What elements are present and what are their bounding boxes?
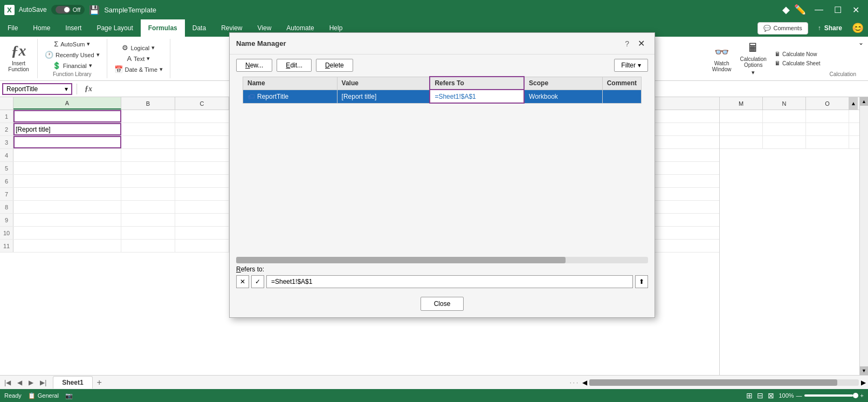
cell-a7[interactable] — [13, 188, 121, 200]
cell-a2[interactable]: [Report title] — [13, 123, 121, 135]
cell-b4[interactable] — [121, 149, 175, 161]
filter-button[interactable]: Filter ▾ — [614, 59, 648, 72]
tab-formulas[interactable]: Formulas — [141, 19, 185, 37]
sheet-nav-prev[interactable]: ◀ — [15, 378, 24, 387]
sheet-nav-first[interactable]: |◀ — [2, 378, 13, 387]
cell-b8[interactable] — [121, 201, 175, 213]
cell-c6[interactable] — [175, 175, 229, 187]
sheet-nav-last[interactable]: ▶| — [38, 378, 49, 387]
col-header-b[interactable]: B — [121, 97, 175, 110]
financial-button[interactable]: 💲 Financial ▾ — [50, 60, 95, 71]
cell-b7[interactable] — [121, 188, 175, 200]
cell-m1[interactable] — [720, 110, 763, 122]
zoom-slider-thumb[interactable] — [853, 393, 858, 398]
logical-button[interactable]: ⚙ Logical ▾ — [119, 43, 157, 53]
autosum-button[interactable]: Σ AutoSum ▾ — [51, 39, 93, 49]
hscroll-right-button[interactable]: ▶ — [861, 379, 866, 386]
vertical-scrollbar[interactable]: ▲ ▼ — [859, 97, 868, 375]
text-button[interactable]: A Text ▾ — [124, 53, 153, 64]
tab-page-layout[interactable]: Page Layout — [89, 19, 140, 37]
cell-a5[interactable] — [13, 162, 121, 174]
share-button[interactable]: ↑ Share — [811, 21, 849, 35]
cell-o3[interactable] — [806, 136, 849, 148]
cell-c3[interactable] — [175, 136, 229, 148]
cell-a1[interactable] — [13, 110, 121, 122]
hscroll-left-button[interactable]: ◀ — [582, 379, 587, 386]
cell-n1[interactable] — [763, 110, 806, 122]
add-sheet-button[interactable]: + — [93, 377, 106, 389]
comments-button[interactable]: 💬 Comments — [757, 22, 808, 35]
col-header-o[interactable]: O — [806, 97, 849, 110]
recently-used-button[interactable]: 🕐 Recently Used ▾ — [42, 50, 102, 60]
minimize-button[interactable]: — — [810, 3, 828, 17]
close-button[interactable]: ✕ — [848, 3, 864, 17]
tab-insert[interactable]: Insert — [58, 19, 89, 37]
dialog-close-btn[interactable]: Close — [421, 297, 464, 311]
cell-a3[interactable] — [13, 136, 121, 148]
tab-data[interactable]: Data — [185, 19, 213, 37]
cell-m3[interactable] — [720, 136, 763, 148]
cell-c11[interactable] — [175, 240, 229, 252]
cell-a9[interactable] — [13, 214, 121, 226]
cell-b11[interactable] — [121, 240, 175, 252]
maximize-button[interactable]: ☐ — [830, 3, 846, 17]
col-header-c[interactable]: C — [175, 97, 229, 110]
scroll-right-button[interactable]: ▲ — [849, 97, 858, 110]
col-header-a[interactable]: A — [13, 97, 121, 110]
calculation-options-button[interactable]: 🖩 CalculationOptions ▾ — [736, 39, 769, 78]
col-header-n[interactable]: N — [763, 97, 806, 110]
page-layout-view-button[interactable]: ⊟ — [757, 391, 763, 400]
cell-b1[interactable] — [121, 110, 175, 122]
cell-b3[interactable] — [121, 136, 175, 148]
cell-b9[interactable] — [121, 214, 175, 226]
cell-o2[interactable] — [806, 123, 849, 135]
cell-n3[interactable] — [763, 136, 806, 148]
zoom-slider[interactable] — [804, 394, 858, 397]
refers-to-input[interactable] — [266, 275, 633, 288]
name-manager-dialog[interactable]: Name Manager ? ✕ New... Edit... Delete — [229, 32, 655, 318]
cell-b5[interactable] — [121, 162, 175, 174]
grid-view-button[interactable]: ⊞ — [746, 391, 753, 400]
calc-now-button[interactable]: 🖩 Calculate Now — [772, 50, 823, 58]
table-row[interactable]: 🏷 ReportTitle [Report title] =Sheet1!$A$… — [243, 90, 642, 103]
cell-a8[interactable] — [13, 201, 121, 213]
cancel-edit-button[interactable]: ✕ — [236, 275, 249, 288]
diamond-icon[interactable]: ◆ — [782, 4, 790, 16]
cell-o1[interactable] — [806, 110, 849, 122]
cell-c10[interactable] — [175, 227, 229, 239]
hscroll-track[interactable] — [589, 379, 859, 386]
pen-icon[interactable]: ✏️ — [794, 4, 806, 16]
cell-c5[interactable] — [175, 162, 229, 174]
confirm-edit-button[interactable]: ✓ — [251, 275, 264, 288]
cell-c7[interactable] — [175, 188, 229, 200]
calc-sheet-button[interactable]: 🖩 Calculate Sheet — [772, 59, 823, 67]
cell-c2[interactable] — [175, 123, 229, 135]
cell-m2[interactable] — [720, 123, 763, 135]
tab-file[interactable]: File — [0, 19, 25, 37]
insert-function-button[interactable]: ƒx InsertFunction — [5, 39, 32, 76]
save-icon[interactable]: 💾 — [89, 5, 100, 15]
edit-button[interactable]: Edit... — [277, 59, 312, 72]
cell-c1[interactable] — [175, 110, 229, 122]
col-header-m[interactable]: M — [720, 97, 763, 110]
cell-b2[interactable] — [121, 123, 175, 135]
emoji-icon[interactable]: 😊 — [852, 22, 864, 34]
cell-c9[interactable] — [175, 214, 229, 226]
autosave-toggle[interactable]: Off — [51, 5, 85, 15]
page-break-view-button[interactable]: ⊠ — [768, 391, 774, 400]
delete-button[interactable]: Delete — [316, 59, 353, 72]
cell-c8[interactable] — [175, 201, 229, 213]
watch-window-button[interactable]: 👓 WatchWindow — [709, 43, 735, 74]
dialog-hscrollbar[interactable] — [236, 257, 648, 263]
cell-n2[interactable] — [763, 123, 806, 135]
name-box[interactable]: ReportTitle ▾ — [2, 83, 72, 95]
cell-b6[interactable] — [121, 175, 175, 187]
dialog-close-button[interactable]: ✕ — [635, 37, 648, 50]
cell-c4[interactable] — [175, 149, 229, 161]
calculation-expand-button[interactable]: ⌄ — [858, 39, 864, 46]
cell-a6[interactable] — [13, 175, 121, 187]
sheet-tab-sheet1[interactable]: Sheet1 — [53, 376, 92, 389]
date-time-button[interactable]: 📅 Date & Time ▾ — [112, 64, 166, 74]
collapse-button[interactable]: ⬆ — [635, 275, 648, 288]
cell-a11[interactable] — [13, 240, 121, 252]
